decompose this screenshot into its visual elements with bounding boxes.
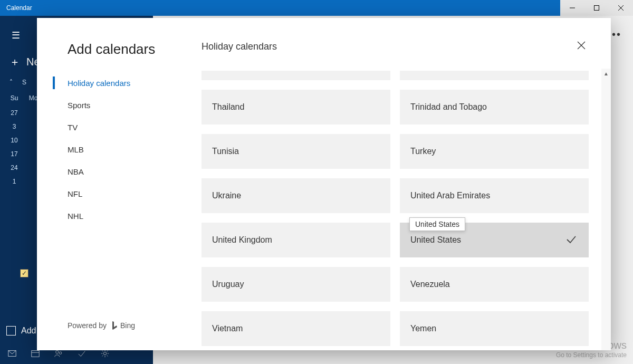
svg-point-8 bbox=[59, 352, 62, 355]
svg-rect-5 bbox=[32, 351, 39, 357]
window-close-button[interactable] bbox=[609, 0, 633, 16]
calendar-item-label: Tunisia bbox=[212, 147, 239, 156]
calendar-item-label: Thailand bbox=[212, 102, 244, 112]
category-label: Sports bbox=[68, 101, 90, 110]
plus-icon: ＋ bbox=[9, 55, 20, 69]
calendar-item-label: United States bbox=[410, 235, 461, 245]
calendar-item-united-kingdom[interactable]: United Kingdom bbox=[202, 223, 390, 257]
calendar-item-label: Turkey bbox=[410, 147, 436, 156]
window-titlebar: Calendar bbox=[0, 0, 633, 16]
modal-sidebar: Add calendars Holiday calendars Sports T… bbox=[37, 18, 202, 350]
calendar-list: Thailand Trinidad and Tobago Tunisia Tur… bbox=[202, 71, 589, 350]
category-holiday-calendars[interactable]: Holiday calendars bbox=[53, 72, 186, 93]
mail-icon[interactable] bbox=[7, 349, 17, 358]
mini-header-text: S bbox=[22, 79, 26, 86]
bing-text: Bing bbox=[120, 321, 135, 330]
svg-point-9 bbox=[103, 352, 106, 355]
category-label: Holiday calendars bbox=[68, 79, 130, 88]
mini-date[interactable]: 27 bbox=[9, 109, 19, 117]
category-nfl[interactable]: NFL bbox=[53, 183, 186, 204]
svg-point-7 bbox=[56, 351, 59, 353]
mini-date[interactable]: 1 bbox=[9, 178, 19, 185]
calendar-item-ukraine[interactable]: Ukraine bbox=[202, 178, 390, 213]
calendar-item-venezuela[interactable]: Venezuela bbox=[400, 267, 589, 302]
calendar-item-uruguay[interactable]: Uruguay bbox=[202, 267, 390, 302]
calendar-item-united-arab-emirates[interactable]: United Arab Emirates bbox=[400, 178, 589, 213]
calendar-item-label: Vietnam bbox=[212, 324, 243, 333]
powered-by-label: Powered by bbox=[68, 321, 107, 330]
category-label: TV bbox=[68, 123, 78, 132]
modal-close-button[interactable] bbox=[577, 41, 588, 52]
mini-date[interactable]: 24 bbox=[9, 164, 19, 171]
calendar-item-vietnam[interactable]: Vietnam bbox=[202, 311, 390, 346]
calendar-item-label: United Kingdom bbox=[212, 235, 272, 245]
mini-date[interactable]: 3 bbox=[9, 123, 19, 130]
calendar-item-tunisia[interactable]: Tunisia bbox=[202, 134, 390, 169]
chevron-up-icon[interactable]: ˄ bbox=[9, 79, 13, 86]
category-nba[interactable]: NBA bbox=[53, 161, 186, 182]
calendar-item-label: Venezuela bbox=[410, 280, 450, 289]
category-label: NFL bbox=[68, 189, 82, 198]
category-label: NHL bbox=[68, 212, 83, 221]
scrollbar[interactable]: ▲ bbox=[601, 69, 611, 350]
calendar-item-thailand[interactable]: Thailand bbox=[202, 90, 390, 124]
mini-date[interactable]: 10 bbox=[9, 137, 19, 144]
watermark-line2: Go to Settings to activate bbox=[543, 351, 627, 359]
calendar-item-label: Trinidad and Tobago bbox=[410, 102, 487, 112]
mini-day-su: Su bbox=[9, 94, 19, 102]
calendar-item-trinidad-and-tobago[interactable]: Trinidad and Tobago bbox=[400, 90, 589, 124]
calendar-item-yemen[interactable]: Yemen bbox=[400, 311, 589, 346]
panel-title: Holiday calendars bbox=[202, 41, 589, 52]
tooltip: United States bbox=[409, 217, 465, 231]
category-label: MLB bbox=[68, 145, 84, 154]
check-icon bbox=[565, 233, 577, 247]
add-calendars-modal: Add calendars Holiday calendars Sports T… bbox=[37, 18, 611, 350]
category-nhl[interactable]: NHL bbox=[53, 205, 186, 226]
category-label: NBA bbox=[68, 167, 84, 176]
svg-rect-1 bbox=[594, 6, 599, 11]
window-minimize-button[interactable] bbox=[560, 0, 584, 16]
window-title: Calendar bbox=[0, 4, 560, 12]
bing-icon bbox=[111, 321, 118, 330]
category-mlb[interactable]: MLB bbox=[53, 139, 186, 160]
modal-footer: Powered by Bing bbox=[68, 321, 186, 340]
calendar-item-peek[interactable] bbox=[400, 71, 589, 80]
category-list: Holiday calendars Sports TV MLB NBA NFL … bbox=[53, 72, 186, 226]
calendar-add-icon bbox=[6, 326, 16, 336]
modal-main: Holiday calendars Thailand Trinidad and … bbox=[202, 18, 611, 350]
category-tv[interactable]: TV bbox=[53, 117, 186, 138]
calendar-checkbox[interactable]: ✓ bbox=[20, 269, 28, 277]
bing-logo: Bing bbox=[111, 321, 135, 330]
calendar-item-label: Uruguay bbox=[212, 280, 244, 289]
close-icon bbox=[577, 41, 586, 50]
calendar-item-turkey[interactable]: Turkey bbox=[400, 134, 589, 169]
calendar-item-label: United Arab Emirates bbox=[410, 191, 490, 200]
modal-title: Add calendars bbox=[68, 41, 186, 58]
window-maximize-button[interactable] bbox=[584, 0, 609, 16]
scroll-up-icon[interactable]: ▲ bbox=[601, 69, 611, 78]
category-sports[interactable]: Sports bbox=[53, 94, 186, 116]
calendar-item-peek[interactable] bbox=[202, 71, 390, 80]
calendar-item-label: Ukraine bbox=[212, 191, 241, 200]
calendar-item-label: Yemen bbox=[410, 324, 436, 333]
mini-date[interactable]: 17 bbox=[9, 150, 19, 158]
